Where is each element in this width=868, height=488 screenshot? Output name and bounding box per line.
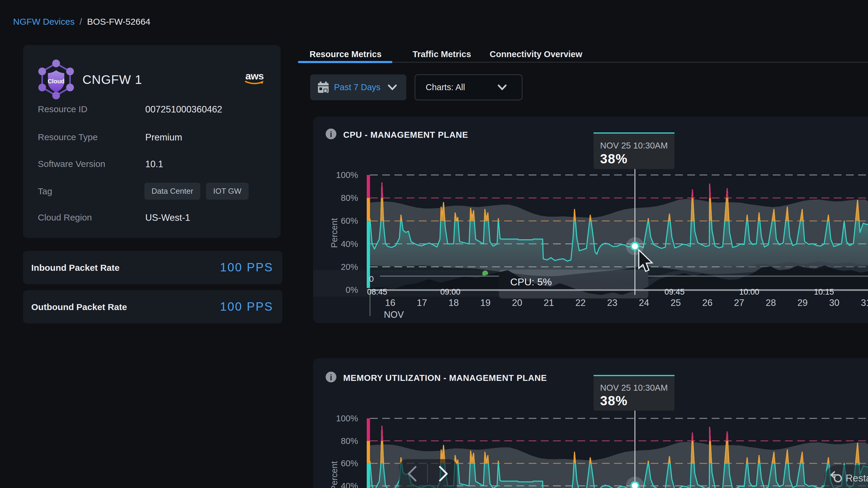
svg-text:21: 21 xyxy=(544,298,554,308)
svg-text:10:00: 10:00 xyxy=(739,287,760,296)
svg-text:30: 30 xyxy=(829,298,839,308)
svg-text:80%: 80% xyxy=(341,193,358,203)
svg-text:24: 24 xyxy=(639,298,649,308)
svg-text:Percent: Percent xyxy=(330,218,339,248)
svg-text:28: 28 xyxy=(766,298,776,308)
svg-text:NOV: NOV xyxy=(384,310,404,320)
svg-text:MEMORY UTILIZATION - MANAGEMEN: MEMORY UTILIZATION - MANAGEMENT PLANE xyxy=(343,373,547,383)
svg-text:09:45: 09:45 xyxy=(664,287,685,296)
svg-text:i: i xyxy=(330,130,332,139)
svg-text:38%: 38% xyxy=(600,393,628,408)
svg-text:25: 25 xyxy=(671,298,681,308)
svg-text:0: 0 xyxy=(369,274,374,284)
svg-text:29: 29 xyxy=(798,298,808,308)
svg-text:10:15: 10:15 xyxy=(814,287,834,296)
svg-text:80%: 80% xyxy=(341,436,358,446)
svg-text:i: i xyxy=(330,373,332,382)
svg-text:60%: 60% xyxy=(341,459,358,468)
svg-text:22: 22 xyxy=(576,298,586,308)
svg-text:19: 19 xyxy=(480,298,490,308)
svg-text:Percent: Percent xyxy=(330,461,339,488)
svg-text:27: 27 xyxy=(734,298,744,308)
svg-text:20: 20 xyxy=(512,298,522,308)
svg-text:16: 16 xyxy=(385,298,395,308)
svg-text:23: 23 xyxy=(607,298,617,308)
svg-text:08:45: 08:45 xyxy=(367,287,387,296)
svg-text:100%: 100% xyxy=(336,170,358,180)
svg-text:40%: 40% xyxy=(341,481,358,488)
svg-text:38%: 38% xyxy=(600,152,628,166)
svg-text:40%: 40% xyxy=(341,239,358,249)
svg-text:26: 26 xyxy=(702,298,712,308)
svg-text:31: 31 xyxy=(861,298,868,308)
svg-text:60%: 60% xyxy=(341,216,358,226)
svg-text:Restart: Restart xyxy=(846,473,868,484)
svg-text:18: 18 xyxy=(448,298,459,308)
svg-text:CPU: 5%: CPU: 5% xyxy=(510,276,552,287)
svg-text:17: 17 xyxy=(417,298,427,308)
svg-text:09:00: 09:00 xyxy=(440,287,461,296)
svg-text:NOV 25 10:30AM: NOV 25 10:30AM xyxy=(600,383,668,392)
svg-text:CPU - MANAGEMENT PLANE: CPU - MANAGEMENT PLANE xyxy=(343,130,468,139)
svg-text:100%: 100% xyxy=(336,414,358,423)
svg-text:NOV 25 10:30AM: NOV 25 10:30AM xyxy=(600,141,668,150)
